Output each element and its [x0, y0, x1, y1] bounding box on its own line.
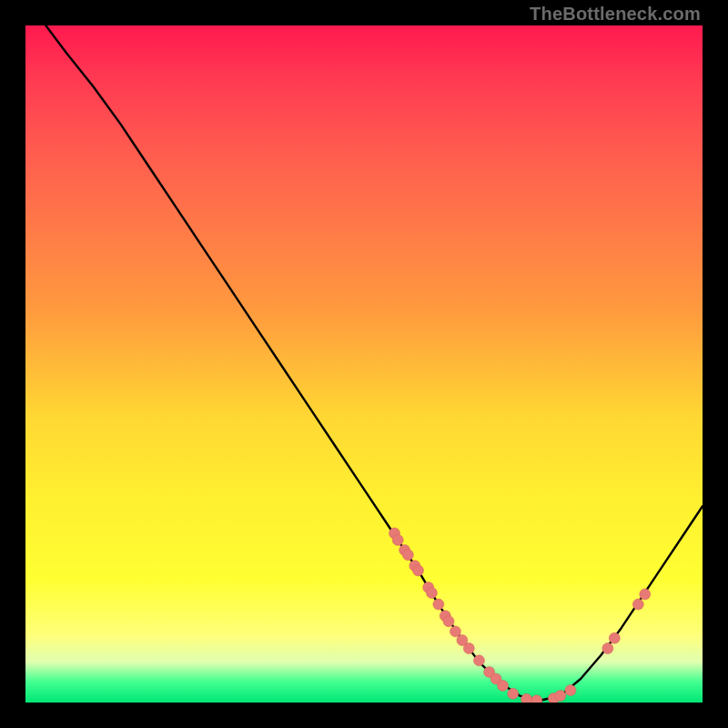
curve-dot — [602, 642, 613, 653]
curve-dot — [433, 599, 444, 610]
curve-dot — [632, 599, 643, 610]
bottleneck-curve — [46, 25, 703, 701]
curve-dot — [521, 693, 532, 703]
curve-dot — [426, 587, 437, 598]
curve-dot — [473, 655, 484, 666]
curve-dot — [640, 589, 651, 600]
curve-dot — [450, 626, 460, 637]
curve-dot — [402, 550, 413, 561]
curve-dot — [443, 616, 454, 627]
curve-dot — [392, 534, 403, 545]
curve-dot — [413, 565, 424, 576]
chart-area — [25, 25, 703, 703]
curve-dot — [498, 680, 509, 691]
curve-dot — [531, 695, 542, 703]
bottleneck-chart — [25, 25, 703, 703]
watermark-text: TheBottleneck.com — [530, 4, 701, 25]
curve-dot — [508, 688, 519, 699]
curve-dot — [565, 685, 576, 696]
curve-dot — [609, 632, 620, 643]
curve-dot — [463, 642, 474, 653]
curve-dot — [555, 691, 566, 702]
